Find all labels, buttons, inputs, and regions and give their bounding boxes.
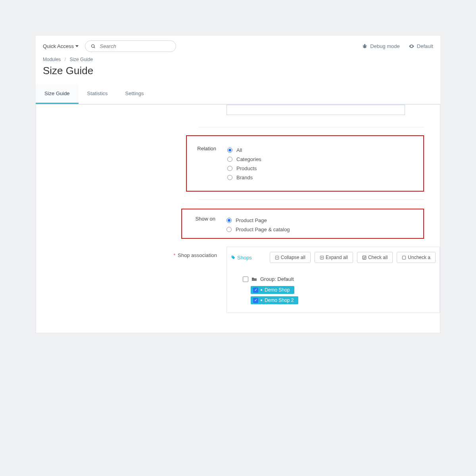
breadcrumb-separator: /	[65, 57, 66, 62]
shops-heading: Shops	[231, 255, 252, 261]
radio-label: All	[236, 147, 242, 153]
shop-tree-panel: Shops Collapse all Expand all Check	[226, 247, 440, 313]
show-on-section: Show on Product Page Product Page & cata…	[181, 209, 424, 239]
divider	[199, 127, 424, 127]
quick-access-dropdown[interactable]: Quick Access	[43, 43, 79, 49]
relation-option-products[interactable]: Products	[227, 164, 261, 173]
button-label: Expand all	[326, 255, 348, 260]
svg-point-2	[364, 45, 366, 48]
relation-label: Relation	[194, 146, 216, 152]
shop-tree: Group: Default Demo Shop	[227, 268, 440, 313]
folder-open-icon	[251, 277, 257, 282]
svg-line-8	[363, 47, 364, 48]
breadcrumb: Modules / Size Guide	[36, 57, 440, 62]
radio-icon[interactable]	[226, 218, 232, 223]
tab-size-guide[interactable]: Size Guide	[36, 84, 79, 104]
debug-mode-label: Debug mode	[370, 43, 399, 49]
default-link[interactable]: Default	[409, 43, 433, 49]
tab-statistics[interactable]: Statistics	[79, 84, 117, 104]
default-label: Default	[417, 43, 433, 49]
group-label: Group: Default	[260, 276, 294, 282]
svg-line-6	[363, 45, 364, 46]
content-panel: Relation All Categories Products	[36, 104, 440, 333]
collapse-icon	[275, 255, 279, 260]
eye-icon	[409, 43, 415, 49]
relation-section: Relation All Categories Products	[186, 135, 424, 192]
checkbox[interactable]	[243, 276, 248, 282]
uncheck-all-button[interactable]: Uncheck a	[397, 252, 436, 263]
radio-label: Categories	[236, 156, 261, 162]
radio-label: Brands	[236, 175, 253, 180]
button-label: Collapse all	[281, 255, 305, 260]
show-on-option-product-page[interactable]: Product Page	[226, 216, 290, 225]
required-asterisk: *	[173, 252, 175, 258]
debug-mode-link[interactable]: Debug mode	[362, 43, 399, 49]
search-box[interactable]	[85, 40, 176, 52]
check-icon	[362, 255, 367, 260]
tabs: Size Guide Statistics Settings	[36, 84, 440, 104]
radio-label: Product Page	[236, 217, 267, 223]
expand-all-button[interactable]: Expand all	[315, 252, 353, 263]
shop-association-label: Shop association	[178, 252, 217, 258]
show-on-option-product-page-catalog[interactable]: Product Page & catalog	[226, 225, 290, 234]
breadcrumb-modules[interactable]: Modules	[43, 57, 61, 62]
radio-icon[interactable]	[227, 175, 232, 180]
tree-group-default[interactable]: Group: Default	[243, 275, 436, 283]
shop-name: Demo Shop	[265, 287, 290, 293]
search-icon	[91, 44, 96, 49]
svg-point-10	[411, 46, 412, 47]
caret-down-icon	[75, 45, 79, 47]
tree-shop-demo-shop[interactable]: Demo Shop	[251, 285, 436, 295]
bullet-icon	[261, 299, 262, 301]
radio-icon[interactable]	[227, 148, 232, 153]
bullet-icon	[261, 289, 262, 291]
svg-line-1	[94, 47, 95, 48]
checkbox[interactable]	[253, 288, 258, 293]
button-label: Check all	[368, 255, 388, 260]
breadcrumb-size-guide: Size Guide	[69, 57, 93, 62]
svg-rect-18	[403, 256, 406, 259]
checkbox[interactable]	[253, 298, 258, 303]
relation-option-categories[interactable]: Categories	[227, 155, 261, 164]
tree-shop-demo-shop-2[interactable]: Demo Shop 2	[251, 295, 436, 305]
quick-access-label: Quick Access	[43, 43, 74, 49]
partial-input-field[interactable]	[226, 105, 405, 115]
shop-name: Demo Shop 2	[265, 298, 294, 303]
tag-icon	[231, 255, 236, 260]
relation-option-all[interactable]: All	[227, 146, 261, 155]
svg-point-0	[92, 44, 94, 47]
divider	[199, 200, 424, 200]
svg-point-11	[232, 256, 233, 257]
collapse-all-button[interactable]: Collapse all	[270, 252, 311, 263]
svg-rect-17	[363, 256, 366, 259]
radio-icon[interactable]	[227, 157, 232, 162]
svg-line-9	[366, 47, 367, 48]
radio-icon[interactable]	[227, 166, 232, 171]
radio-icon[interactable]	[226, 227, 232, 232]
svg-line-7	[366, 45, 367, 46]
radio-label: Products	[236, 165, 257, 171]
top-bar: Quick Access Debug mode Default	[36, 36, 440, 57]
svg-point-3	[364, 44, 366, 46]
show-on-label: Show on	[189, 216, 215, 222]
relation-option-brands[interactable]: Brands	[227, 173, 261, 182]
search-input[interactable]	[100, 43, 170, 49]
page-title: Size Guide	[36, 62, 440, 84]
tab-settings[interactable]: Settings	[117, 84, 153, 104]
expand-icon	[320, 255, 324, 260]
radio-label: Product Page & catalog	[236, 226, 290, 232]
shops-label-text: Shops	[237, 255, 252, 261]
bug-icon	[362, 43, 368, 49]
uncheck-icon	[402, 255, 406, 260]
button-label: Uncheck a	[408, 255, 430, 260]
check-all-button[interactable]: Check all	[357, 252, 393, 263]
